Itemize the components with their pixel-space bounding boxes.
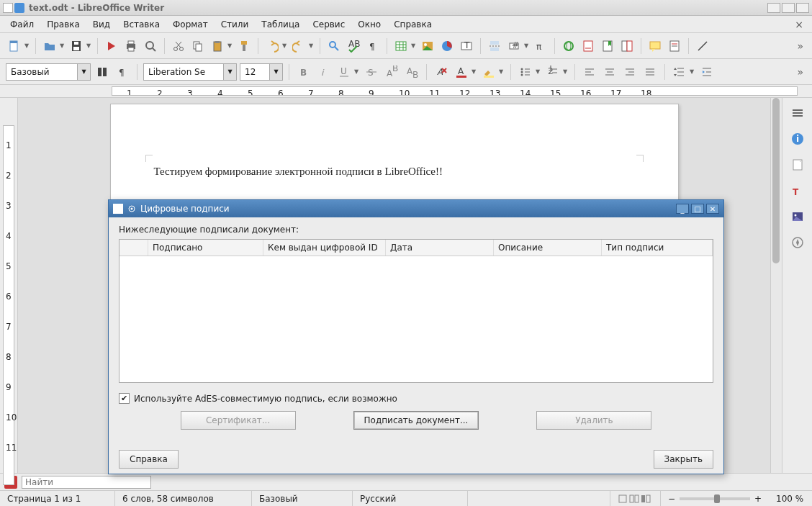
toolbar-overflow-button[interactable]: » (794, 40, 806, 52)
font-name-combo[interactable]: ▼ (143, 63, 237, 81)
cut-icon[interactable] (170, 37, 187, 55)
dialog-maximize-button[interactable]: □ (691, 204, 704, 214)
print-icon[interactable] (122, 37, 140, 55)
insert-comment-icon[interactable] (646, 37, 664, 55)
insert-footnote-icon[interactable] (579, 37, 597, 55)
update-style-icon[interactable] (94, 63, 111, 81)
clear-format-icon[interactable]: A (433, 63, 450, 81)
page-panel-icon[interactable] (788, 155, 807, 174)
dialog-titlebar[interactable]: Цифровые подписи _ □ ✕ (109, 200, 723, 217)
sign-document-button[interactable]: Подписать документ... (353, 411, 479, 430)
menu-edit[interactable]: Правка (41, 17, 86, 32)
open-icon[interactable] (41, 37, 58, 55)
insert-table-icon[interactable] (392, 37, 410, 55)
paste-dropdown[interactable]: ▼ (226, 37, 233, 55)
col-issuer[interactable]: Кем выдан цифровой ID (263, 240, 386, 256)
format-toolbar-overflow-button[interactable]: » (794, 66, 806, 78)
italic-icon[interactable]: i (315, 63, 333, 81)
col-type[interactable]: Тип подписи (602, 240, 713, 256)
col-date[interactable]: Дата (386, 240, 494, 256)
export-pdf-icon[interactable] (103, 37, 120, 55)
numbering-icon[interactable]: 12 (544, 63, 561, 81)
minimize-button[interactable] (767, 3, 780, 13)
menu-table[interactable]: Таблица (256, 17, 305, 32)
undo-dropdown[interactable]: ▼ (281, 37, 288, 55)
menu-file[interactable]: Файл (4, 17, 40, 32)
new-style-icon[interactable]: ¶ (114, 63, 131, 81)
paste-icon[interactable] (209, 37, 226, 55)
signatures-table[interactable]: Подписано Кем выдан цифровой ID Дата Опи… (119, 239, 713, 383)
status-zoom-slider[interactable]: −+ (661, 491, 769, 506)
formatting-marks-icon[interactable]: ¶ (364, 37, 382, 55)
paragraph-style-input[interactable] (11, 67, 86, 77)
navigator-panel-icon[interactable] (788, 233, 807, 252)
dialog-close-btn[interactable]: Закрыть (654, 450, 713, 469)
insert-image-icon[interactable] (419, 37, 436, 55)
status-language[interactable]: Русский (353, 491, 468, 506)
save-dropdown[interactable]: ▼ (85, 37, 92, 55)
underline-icon[interactable]: U (335, 63, 353, 81)
insert-xref-icon[interactable] (618, 37, 636, 55)
col-signed[interactable]: Подписано (148, 240, 263, 256)
menu-styles[interactable]: Стили (215, 17, 255, 32)
maximize-button[interactable] (782, 3, 795, 13)
indent-increase-icon[interactable] (698, 63, 716, 81)
open-dropdown[interactable]: ▼ (58, 37, 66, 55)
insert-bookmark-icon[interactable] (599, 37, 616, 55)
insert-pagebreak-icon[interactable] (486, 37, 503, 55)
menu-insert[interactable]: Вставка (117, 17, 166, 32)
font-size-combo[interactable]: ▼ (240, 63, 283, 81)
menu-view[interactable]: Вид (87, 17, 116, 32)
bullets-icon[interactable] (517, 63, 534, 81)
align-center-icon[interactable] (601, 63, 618, 81)
ades-checkbox[interactable]: ✔ (119, 393, 130, 404)
menu-tools[interactable]: Сервис (307, 17, 351, 32)
clone-format-icon[interactable] (235, 37, 253, 55)
field-dropdown[interactable]: ▼ (523, 37, 530, 55)
bold-icon[interactable]: B (295, 63, 312, 81)
line-spacing-icon[interactable] (671, 63, 688, 81)
highlight-icon[interactable] (480, 63, 497, 81)
align-left-icon[interactable] (581, 63, 598, 81)
track-changes-icon[interactable] (666, 37, 683, 55)
new-doc-dropdown[interactable]: ▼ (23, 37, 30, 55)
menu-help[interactable]: Справка (388, 17, 438, 32)
redo-icon[interactable] (290, 37, 307, 55)
menu-format[interactable]: Формат (167, 17, 214, 32)
remove-signature-button[interactable]: Удалить (536, 411, 651, 430)
vertical-scrollbar[interactable] (770, 98, 782, 473)
scrollbar-thumb[interactable] (772, 98, 780, 263)
preview-icon[interactable] (142, 37, 159, 55)
insert-hyperlink-icon[interactable] (560, 37, 577, 55)
vertical-ruler[interactable]: 1234567891011 (0, 98, 18, 473)
horizontal-ruler[interactable]: 123456789101112131415161718 (0, 85, 812, 98)
status-wordcount[interactable]: 6 слов, 58 символов (115, 491, 252, 506)
menu-window[interactable]: Окно (352, 17, 387, 32)
insert-line-icon[interactable] (694, 37, 711, 55)
strike-icon[interactable]: S (363, 63, 380, 81)
close-window-button[interactable] (796, 3, 809, 13)
subscript-icon[interactable]: AB (403, 63, 420, 81)
close-document-button[interactable]: × (790, 19, 808, 30)
status-page[interactable]: Страница 1 из 1 (0, 491, 115, 506)
align-right-icon[interactable] (621, 63, 639, 81)
status-zoom[interactable]: 100 % (769, 491, 812, 506)
styles-panel-icon[interactable]: T (788, 181, 807, 200)
new-doc-icon[interactable] (6, 37, 23, 55)
sidebar-menu-icon[interactable] (788, 104, 807, 122)
insert-textbox-icon[interactable]: T (458, 37, 475, 55)
copy-icon[interactable] (189, 37, 207, 55)
view-certificate-button[interactable]: Сертификат... (181, 411, 296, 430)
font-name-input[interactable] (148, 67, 232, 77)
status-style[interactable]: Базовый (252, 491, 353, 506)
status-view-layout[interactable] (610, 491, 661, 506)
font-color-icon[interactable]: A (453, 63, 470, 81)
spellcheck-icon[interactable]: ABC (345, 37, 362, 55)
table-dropdown[interactable]: ▼ (410, 37, 417, 55)
document-text[interactable]: Тестируем формирование электронной подпи… (154, 166, 635, 178)
superscript-icon[interactable]: AB (383, 63, 400, 81)
redo-dropdown[interactable]: ▼ (307, 37, 315, 55)
dialog-help-button[interactable]: Справка (119, 450, 179, 469)
dialog-close-button[interactable]: ✕ (706, 204, 719, 214)
gallery-panel-icon[interactable] (788, 207, 807, 226)
